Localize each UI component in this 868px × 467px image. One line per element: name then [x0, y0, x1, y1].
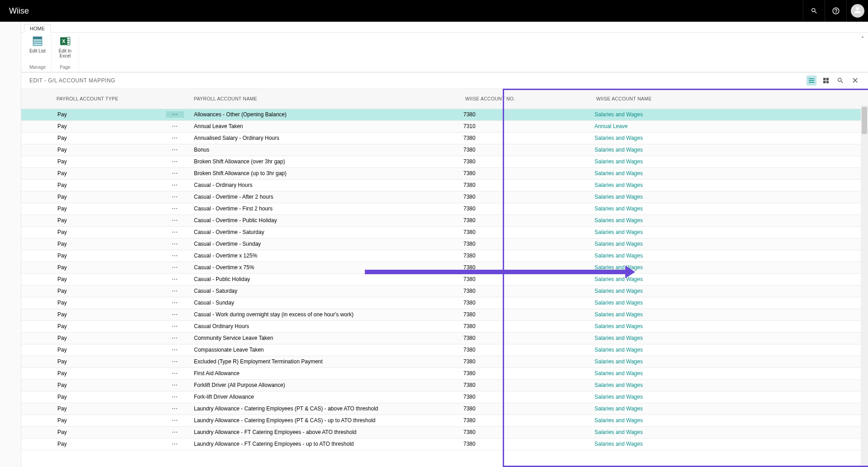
- row-menu-icon[interactable]: ···: [166, 358, 184, 365]
- cell-payroll-type[interactable]: Pay: [53, 297, 166, 309]
- cell-wiise-account-no[interactable]: 7380: [462, 191, 593, 203]
- wiise-account-link[interactable]: Salaries and Wages: [594, 347, 643, 353]
- wiise-account-link[interactable]: Salaries and Wages: [594, 194, 643, 200]
- row-gutter[interactable]: [21, 403, 53, 415]
- cell-payroll-name[interactable]: Laundry Allowance - FT Catering Employee…: [190, 426, 462, 438]
- wiise-account-link[interactable]: Salaries and Wages: [594, 253, 643, 259]
- table-row[interactable]: Pay···Laundry Allowance - FT Catering Em…: [21, 438, 868, 450]
- edit-list-button[interactable]: Edit List: [28, 34, 47, 54]
- cell-payroll-name[interactable]: Annual Leave Taken: [190, 120, 462, 132]
- cell-payroll-name[interactable]: Broken Shift Allowance (up to 3hr gap): [190, 167, 462, 179]
- view-tiles-icon[interactable]: [821, 76, 831, 86]
- row-gutter[interactable]: [21, 379, 53, 391]
- cell-payroll-name[interactable]: Casual - Saturday: [190, 285, 462, 297]
- row-menu-icon[interactable]: ···: [166, 135, 184, 141]
- cell-payroll-name[interactable]: Casual - Public Holiday: [190, 273, 462, 285]
- cell-payroll-type[interactable]: Pay: [53, 226, 166, 238]
- row-gutter[interactable]: [21, 144, 53, 156]
- cell-payroll-type[interactable]: Pay: [53, 250, 166, 262]
- edit-excel-button[interactable]: X Edit In Excel: [55, 34, 75, 58]
- row-menu-icon[interactable]: ···: [166, 158, 184, 165]
- wiise-account-link[interactable]: Salaries and Wages: [594, 135, 643, 141]
- row-menu-icon[interactable]: ···: [166, 335, 184, 341]
- table-row[interactable]: Pay···First Aid Allowance7380Salaries an…: [21, 367, 868, 379]
- table-row[interactable]: Pay···Broken Shift Allowance (up to 3hr …: [21, 167, 868, 179]
- user-avatar[interactable]: [846, 0, 868, 22]
- cell-wiise-account-no[interactable]: 7380: [462, 344, 593, 356]
- cell-payroll-name[interactable]: Casual Ordinary Hours: [190, 320, 462, 332]
- cell-payroll-name[interactable]: Allowances - Other (Opening Balance): [190, 109, 462, 120]
- table-row[interactable]: Pay···Fork-lift Driver Allowance7380Sala…: [21, 391, 868, 403]
- table-row[interactable]: Pay···Casual - Public Holiday7380Salarie…: [21, 273, 868, 285]
- table-row[interactable]: Pay···Casual - Overtime - Sunday7380Sala…: [21, 238, 868, 250]
- row-gutter[interactable]: [21, 367, 53, 379]
- row-menu-icon[interactable]: ···: [166, 241, 184, 247]
- cell-wiise-account-no[interactable]: 7380: [462, 203, 593, 214]
- cell-payroll-type[interactable]: Pay: [53, 426, 166, 438]
- wiise-account-link[interactable]: Salaries and Wages: [594, 335, 643, 341]
- row-menu-icon[interactable]: ···: [166, 370, 184, 376]
- row-gutter[interactable]: [21, 191, 53, 203]
- row-menu-icon[interactable]: ···: [166, 441, 184, 447]
- cell-wiise-account-no[interactable]: 7380: [462, 109, 593, 120]
- cell-wiise-account-no[interactable]: 7380: [462, 309, 593, 320]
- col-header-type[interactable]: PAYROLL ACCOUNT TYPE: [53, 89, 166, 109]
- cell-wiise-account-no[interactable]: 7380: [462, 426, 593, 438]
- row-gutter[interactable]: [21, 426, 53, 438]
- cell-wiise-account-no[interactable]: 7380: [462, 238, 593, 250]
- table-row[interactable]: Pay···Forklift Driver (All Purpose Allow…: [21, 379, 868, 391]
- row-menu-icon[interactable]: ···: [166, 429, 184, 435]
- cell-payroll-type[interactable]: Pay: [53, 214, 166, 226]
- cell-payroll-type[interactable]: Pay: [53, 344, 166, 356]
- cell-payroll-type[interactable]: Pay: [53, 238, 166, 250]
- wiise-account-link[interactable]: Salaries and Wages: [594, 170, 643, 176]
- row-menu-icon[interactable]: ···: [166, 111, 184, 118]
- wiise-account-link[interactable]: Salaries and Wages: [594, 158, 643, 165]
- cell-payroll-type[interactable]: Pay: [53, 403, 166, 415]
- table-row[interactable]: Pay···Laundry Allowance - FT Catering Em…: [21, 426, 868, 438]
- row-gutter[interactable]: [21, 167, 53, 179]
- cell-wiise-account-no[interactable]: 7380: [462, 226, 593, 238]
- ribbon-collapse-icon[interactable]: [860, 34, 865, 41]
- cell-wiise-account-no[interactable]: 7380: [462, 379, 593, 391]
- cell-wiise-account-no[interactable]: 7380: [462, 297, 593, 309]
- wiise-account-link[interactable]: Salaries and Wages: [594, 417, 643, 424]
- wiise-account-link[interactable]: Salaries and Wages: [594, 205, 643, 212]
- cell-wiise-account-no[interactable]: 7380: [462, 285, 593, 297]
- row-menu-icon[interactable]: ···: [166, 405, 184, 412]
- cell-payroll-name[interactable]: Annualised Salary - Ordinary Hours: [190, 132, 462, 144]
- cell-payroll-type[interactable]: Pay: [53, 132, 166, 144]
- table-row[interactable]: Pay···Bonus7380Salaries and Wages: [21, 144, 868, 156]
- cell-payroll-type[interactable]: Pay: [53, 179, 166, 191]
- scrollbar-thumb[interactable]: [862, 107, 867, 134]
- row-gutter[interactable]: [21, 415, 53, 426]
- cell-payroll-name[interactable]: Casual - Overtime x 75%: [190, 262, 462, 273]
- row-gutter[interactable]: [21, 179, 53, 191]
- wiise-account-link[interactable]: Annual Leave: [594, 123, 627, 129]
- table-row[interactable]: Pay···Compassionate Leave Taken7380Salar…: [21, 344, 868, 356]
- cell-payroll-type[interactable]: Pay: [53, 285, 166, 297]
- table-row[interactable]: Pay···Casual - Overtime - First 2 hours7…: [21, 203, 868, 214]
- cell-wiise-account-no[interactable]: 7380: [462, 415, 593, 426]
- row-menu-icon[interactable]: ···: [166, 194, 184, 200]
- cell-payroll-type[interactable]: Pay: [53, 109, 166, 120]
- row-menu-icon[interactable]: ···: [166, 253, 184, 259]
- col-header-no[interactable]: WIISE ACCOUNT NO.: [462, 89, 593, 109]
- cell-payroll-name[interactable]: First Aid Allowance: [190, 367, 462, 379]
- cell-payroll-name[interactable]: Forklift Driver (All Purpose Allowance): [190, 379, 462, 391]
- cell-payroll-type[interactable]: Pay: [53, 379, 166, 391]
- cell-wiise-account-no[interactable]: 7380: [462, 179, 593, 191]
- cell-payroll-name[interactable]: Laundry Allowance - Catering Employees (…: [190, 415, 462, 426]
- row-menu-icon[interactable]: ···: [166, 417, 184, 424]
- row-menu-icon[interactable]: ···: [166, 394, 184, 400]
- table-row[interactable]: Pay···Annualised Salary - Ordinary Hours…: [21, 132, 868, 144]
- cell-payroll-type[interactable]: Pay: [53, 203, 166, 214]
- cell-wiise-account-no[interactable]: 7380: [462, 273, 593, 285]
- cell-payroll-name[interactable]: Casual - Sunday: [190, 297, 462, 309]
- cell-payroll-name[interactable]: Casual - Overtime - After 2 hours: [190, 191, 462, 203]
- table-row[interactable]: Pay···Casual - Saturday7380Salaries and …: [21, 285, 868, 297]
- cell-wiise-account-no[interactable]: 7380: [462, 356, 593, 367]
- wiise-account-link[interactable]: Salaries and Wages: [594, 229, 643, 235]
- cell-payroll-name[interactable]: Laundry Allowance - FT Catering Employee…: [190, 438, 462, 450]
- cell-wiise-account-no[interactable]: 7380: [462, 262, 593, 273]
